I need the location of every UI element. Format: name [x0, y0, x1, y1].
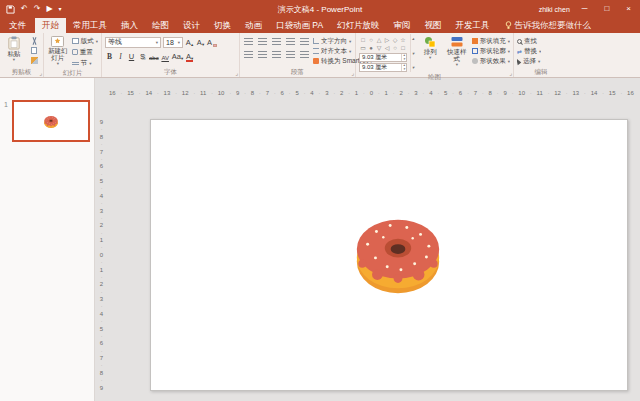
ribbon-tab[interactable]: 插入	[114, 18, 145, 33]
format-painter-button[interactable]	[28, 56, 40, 65]
ribbon-tab[interactable]: 开发工具	[449, 18, 497, 33]
shape-effects-button[interactable]: 形状效果▾	[472, 56, 510, 66]
restore-button[interactable]: □	[599, 1, 614, 17]
shape-option[interactable]: ◇	[391, 36, 399, 44]
quick-styles-button[interactable]: 快速样式 ▾	[445, 34, 469, 72]
select-button[interactable]: 选择▾	[517, 56, 541, 66]
redo-icon[interactable]: ↷	[34, 5, 41, 13]
minimize-button[interactable]: ─	[577, 1, 593, 17]
ribbon-tab[interactable]: 开始	[35, 18, 66, 33]
shape-width-input[interactable]: 9.03 厘米▴▾	[359, 63, 407, 72]
find-button[interactable]: 查找	[517, 36, 541, 46]
arrange-button[interactable]: 排列 ▾	[418, 34, 442, 72]
font-color-button[interactable]: A▾	[185, 51, 194, 62]
numbering-button[interactable]	[257, 37, 268, 47]
shape-option[interactable]: □	[399, 44, 407, 52]
tell-me-box[interactable]: 告诉我你想要做什么	[497, 18, 600, 33]
line-spacing-button[interactable]	[299, 37, 310, 47]
increase-indent-button[interactable]	[285, 37, 296, 47]
shape-option[interactable]: ●	[367, 44, 375, 52]
ribbon-tab[interactable]: 口袋动画 PA	[269, 18, 330, 33]
paste-button[interactable]: 粘贴 ▾	[3, 34, 25, 67]
font-name-select[interactable]: 等线▾	[105, 37, 161, 48]
shape-option[interactable]: △	[375, 36, 383, 44]
shape-option[interactable]: ▭	[359, 44, 367, 52]
decrease-indent-button[interactable]	[271, 37, 282, 47]
spinner-arrows-icon[interactable]: ▴▾	[401, 54, 406, 61]
italic-button[interactable]: I	[116, 51, 125, 62]
align-right-button[interactable]	[271, 50, 282, 60]
close-button[interactable]: ×	[621, 1, 636, 17]
ribbon-tab[interactable]: 设计	[176, 18, 207, 33]
ruler-number: 6	[100, 340, 103, 346]
shape-option[interactable]: ○	[391, 44, 399, 52]
justify-button[interactable]	[285, 50, 296, 60]
align-text-icon	[313, 48, 319, 54]
save-icon[interactable]	[6, 5, 15, 14]
donut-picture[interactable]	[349, 206, 447, 300]
ribbon-tab[interactable]: 绘图	[145, 18, 176, 33]
ribbon-tab[interactable]: 幻灯片放映	[330, 18, 387, 33]
qat-customize-icon[interactable]: ▾	[59, 5, 62, 13]
reset-button[interactable]: 重置	[72, 47, 98, 57]
format-painter-icon	[31, 57, 38, 64]
horizontal-ruler[interactable]: 16·15·14·13·12·11·10·9·8·7·6·5·4·3·2·1·0…	[109, 87, 634, 99]
shape-fill-button[interactable]: 形状填充▾	[472, 36, 510, 46]
shrink-font-button[interactable]: A▾	[196, 37, 205, 48]
dropdown-arrow-icon: ▾	[508, 59, 510, 64]
shape-option[interactable]: □	[359, 36, 367, 44]
font-size-select[interactable]: 18▾	[163, 37, 183, 48]
slide-thumbnail[interactable]	[12, 100, 90, 142]
shape-outline-button[interactable]: 形状轮廓▾	[472, 46, 510, 56]
ribbon-tab[interactable]: 切换	[207, 18, 238, 33]
ribbon-tab[interactable]: 视图	[418, 18, 449, 33]
new-slide-button[interactable]: 新建幻灯片 ▾	[47, 34, 69, 68]
bold-button[interactable]: B	[105, 51, 114, 62]
user-name[interactable]: zhiki chen	[539, 6, 570, 13]
layout-button[interactable]: 版式▾	[72, 36, 98, 46]
shape-option[interactable]: ◁	[383, 44, 391, 52]
ruler-number: 2	[399, 87, 402, 99]
dialog-launcher-icon[interactable]: ⌟	[351, 70, 354, 76]
ruler-tick: ·	[101, 303, 103, 309]
text-direction-label: 文字方向	[321, 37, 347, 46]
ribbon-tab[interactable]: 审阅	[387, 18, 418, 33]
scissors-icon	[31, 37, 38, 45]
align-left-button[interactable]	[243, 50, 254, 60]
ribbon-tab[interactable]: 动画	[238, 18, 269, 33]
grow-font-button[interactable]: A▴	[185, 37, 194, 48]
cut-button[interactable]	[28, 36, 40, 45]
bullets-button[interactable]	[243, 37, 254, 47]
spinner-arrows-icon[interactable]: ▴▾	[401, 64, 406, 71]
align-center-button[interactable]	[257, 50, 268, 60]
slide-canvas[interactable]	[150, 119, 628, 391]
shape-option[interactable]: ☆	[399, 36, 407, 44]
ruler-number: 4	[100, 193, 103, 199]
columns-button[interactable]	[299, 50, 310, 60]
underline-button[interactable]: U	[127, 51, 136, 62]
dialog-launcher-icon[interactable]: ⌟	[39, 70, 42, 76]
dialog-launcher-icon[interactable]: ⌟	[509, 70, 512, 76]
tab-file[interactable]: 文件	[0, 18, 35, 33]
section-button[interactable]: 节▾	[72, 58, 98, 68]
strikethrough-button[interactable]: abc	[149, 51, 159, 62]
dialog-launcher-icon[interactable]: ⌟	[235, 70, 238, 76]
copy-button[interactable]	[28, 46, 40, 55]
text-shadow-button[interactable]: S	[138, 51, 147, 62]
shape-option[interactable]: ○	[367, 36, 375, 44]
ruler-tick: ·	[566, 87, 568, 99]
replace-button[interactable]: ⇄替换▾	[517, 46, 541, 56]
ribbon-tab[interactable]: 常用工具	[66, 18, 114, 33]
shapes-gallery-scrollbar[interactable]: ▴▾▾	[410, 34, 415, 72]
vertical-ruler[interactable]: 9·8·7·6·5·4·3·2·1·0·1·2·3·4·5·6·7·8·9	[95, 119, 108, 391]
ruler-tick: ·	[121, 87, 123, 99]
start-slideshow-icon[interactable]: ▶	[46, 5, 52, 13]
clear-formatting-button[interactable]: A	[207, 37, 217, 48]
change-case-button[interactable]: Aa▾	[172, 51, 183, 62]
dropdown-arrow-icon: ▾	[508, 49, 510, 54]
character-spacing-button[interactable]: AV	[161, 51, 170, 62]
shape-option[interactable]: ▽	[375, 44, 383, 52]
undo-icon[interactable]: ↶	[21, 5, 28, 13]
shape-height-input[interactable]: 9.03 厘米▴▾	[359, 53, 407, 62]
shape-option[interactable]: ▷	[383, 36, 391, 44]
